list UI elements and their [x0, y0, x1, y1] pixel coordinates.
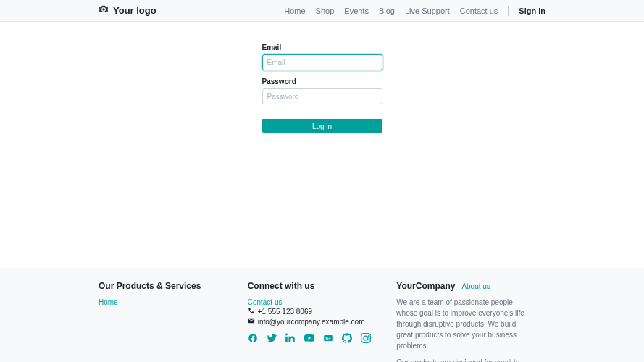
footer-col-connect: Connect with us Contact us +1 555 123 80…: [248, 281, 397, 362]
about-us-link[interactable]: About us: [461, 282, 490, 290]
main: Email Password Log in: [0, 22, 644, 268]
youtube-icon[interactable]: [304, 333, 314, 343]
twitter-icon[interactable]: [267, 333, 277, 343]
google-plus-icon[interactable]: G+: [323, 333, 333, 343]
github-icon[interactable]: [342, 333, 352, 343]
nav-blog[interactable]: Blog: [379, 7, 395, 15]
footer-company-title: YourCompany - About us: [396, 281, 531, 291]
footer: Our Products & Services Home Connect wit…: [0, 268, 644, 362]
footer-products-title: Our Products & Services: [99, 281, 233, 291]
nav-home[interactable]: Home: [284, 7, 305, 15]
footer-phone: +1 555 123 8069: [248, 307, 382, 316]
nav: Home Shop Events Blog Live Support Conta…: [284, 6, 545, 16]
footer-connect-title: Connect with us: [248, 281, 382, 291]
linkedin-icon[interactable]: [285, 333, 296, 343]
footer-phone-text: +1 555 123 8069: [258, 308, 312, 316]
phone-icon: [248, 307, 255, 316]
footer-desc-2: Our products are designed for small to m…: [396, 357, 531, 362]
header: Your logo Home Shop Events Blog Live Sup…: [0, 0, 644, 22]
login-button[interactable]: Log in: [262, 119, 382, 133]
facebook-icon[interactable]: [248, 333, 258, 343]
camera-icon: [99, 4, 109, 17]
email-label: Email: [262, 43, 382, 51]
logo-text: Your logo: [113, 5, 156, 16]
footer-col-company: YourCompany - About us We are a team of …: [396, 281, 545, 362]
footer-desc-1: We are a team of passionate people whose…: [396, 297, 531, 351]
nav-live-support[interactable]: Live Support: [405, 7, 450, 15]
nav-divider: [508, 6, 509, 16]
nav-contact-us[interactable]: Contact us: [460, 7, 498, 15]
password-field[interactable]: [262, 88, 382, 104]
svg-text:G+: G+: [325, 336, 330, 340]
email-field[interactable]: [262, 54, 382, 70]
footer-contact-link[interactable]: Contact us: [248, 298, 283, 306]
login-form: Email Password Log in: [262, 43, 382, 268]
nav-sign-in[interactable]: Sign in: [519, 7, 545, 15]
envelope-icon: [248, 317, 255, 326]
password-label: Password: [262, 77, 382, 85]
instagram-icon[interactable]: [361, 333, 371, 343]
nav-events[interactable]: Events: [344, 7, 369, 15]
footer-home-link[interactable]: Home: [99, 298, 118, 306]
footer-email: info@yourcompany.example.com: [248, 317, 382, 326]
footer-col-products: Our Products & Services Home: [99, 281, 248, 362]
logo[interactable]: Your logo: [99, 4, 156, 17]
footer-email-text: info@yourcompany.example.com: [258, 318, 365, 326]
nav-shop[interactable]: Shop: [316, 7, 335, 15]
social-icons: G+: [248, 333, 382, 343]
